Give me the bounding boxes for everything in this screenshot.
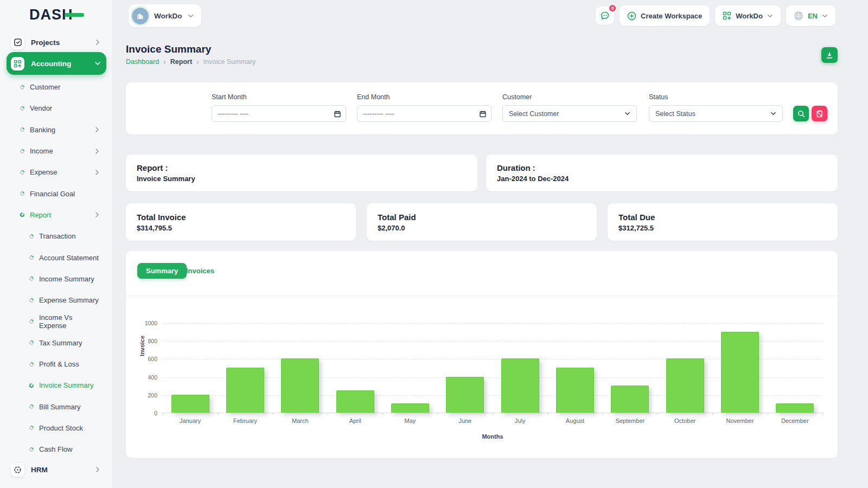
x-tick-mark bbox=[163, 413, 163, 415]
sidebar-item-label: Account Statement bbox=[39, 254, 99, 262]
sidebar: DASH Projects Accounting CustomerVendorB… bbox=[0, 0, 112, 488]
bar-august[interactable] bbox=[556, 368, 594, 413]
dash-logo[interactable]: DASH bbox=[29, 8, 73, 22]
calendar-icon[interactable] bbox=[480, 110, 486, 117]
sidebar-item-expense[interactable]: Expense bbox=[0, 162, 112, 183]
x-tick-mark bbox=[273, 413, 273, 415]
x-tick-mark bbox=[218, 413, 218, 415]
sidebar-item-tax-summary[interactable]: Tax Summary bbox=[0, 332, 112, 354]
calendar-icon[interactable] bbox=[334, 110, 341, 117]
sidebar-item-accounting[interactable]: Accounting bbox=[7, 52, 106, 75]
sidebar-item-financial-goal[interactable]: Financial Goal bbox=[0, 183, 112, 204]
sidebar-item-projects[interactable]: Projects bbox=[7, 31, 106, 53]
bar-june[interactable] bbox=[446, 377, 484, 413]
sidebar-item-profit-loss[interactable]: Profit & Loss bbox=[0, 354, 112, 375]
customer-select[interactable]: Select Customer bbox=[502, 105, 637, 122]
sidebar-item-label: Invoice Summary bbox=[39, 381, 93, 389]
bar-october[interactable] bbox=[666, 358, 704, 413]
x-tick-mark bbox=[712, 413, 713, 415]
download-button[interactable] bbox=[821, 47, 838, 63]
bar-december[interactable] bbox=[776, 403, 814, 413]
chat-badge: 0 bbox=[608, 4, 617, 12]
x-tick-mark bbox=[438, 413, 438, 415]
sidebar-item-label: Product Stock bbox=[39, 424, 83, 432]
status-label: Status bbox=[649, 93, 783, 101]
sidebar-item-customer[interactable]: Customer bbox=[0, 76, 112, 98]
sidebar-item-invoice-summary[interactable]: Invoice Summary bbox=[0, 375, 112, 396]
bullet-icon bbox=[28, 318, 34, 324]
sidebar-item-product-stock[interactable]: Product Stock bbox=[0, 418, 112, 439]
status-select-value: Select Status bbox=[655, 110, 695, 118]
reset-filter-button[interactable] bbox=[812, 106, 827, 121]
sidebar-item-hrm[interactable]: HRM bbox=[7, 459, 106, 480]
y-tick-label: 600 bbox=[148, 356, 157, 362]
workdo-menu-button[interactable]: WorkDo bbox=[715, 5, 781, 26]
sidebar-accounting-submenu: CustomerVendorBankingIncomeExpenseFinanc… bbox=[0, 76, 112, 460]
start-month-input[interactable] bbox=[218, 110, 340, 118]
y-tick-label: 0 bbox=[154, 410, 157, 416]
chevron-down-icon bbox=[188, 13, 194, 19]
bar-november[interactable] bbox=[721, 332, 759, 413]
sidebar-item-income-vs-expense[interactable]: Income Vs Expense bbox=[0, 311, 112, 332]
tab-invoices[interactable]: Invoices bbox=[186, 267, 214, 275]
x-tick-mark bbox=[768, 413, 768, 415]
chat-bubble-icon bbox=[600, 11, 610, 21]
invoice-bar-chart: 02004006008001000 bbox=[163, 323, 822, 413]
bullet-icon bbox=[19, 191, 25, 197]
sidebar-item-label: Cash Flow bbox=[39, 445, 72, 453]
sidebar-item-bill-summary[interactable]: Bill Summary bbox=[0, 396, 112, 417]
status-select[interactable]: Select Status bbox=[649, 105, 783, 122]
create-workspace-button[interactable]: Create Workspace bbox=[620, 5, 710, 26]
building-icon bbox=[132, 8, 149, 24]
report-value: Invoice Summary bbox=[137, 175, 467, 183]
sidebar-item-expense-summary[interactable]: Expense Summary bbox=[0, 290, 112, 311]
bar-july[interactable] bbox=[501, 358, 539, 413]
chevron-down-icon bbox=[770, 111, 776, 117]
language-label: EN bbox=[808, 12, 818, 20]
bar-may[interactable] bbox=[391, 403, 429, 413]
bullet-icon bbox=[28, 340, 34, 346]
sidebar-item-income[interactable]: Income bbox=[0, 140, 112, 162]
x-category-label: April bbox=[328, 418, 382, 424]
bar-september[interactable] bbox=[611, 386, 649, 413]
sidebar-item-label: HRM bbox=[31, 466, 48, 474]
bullet-icon bbox=[19, 105, 25, 111]
sidebar-item-vendor[interactable]: Vendor bbox=[0, 98, 112, 119]
language-selector[interactable]: EN bbox=[786, 5, 835, 26]
total-paid-value: $2,070.0 bbox=[378, 224, 586, 232]
gridline bbox=[163, 323, 822, 324]
apply-filter-button[interactable] bbox=[793, 106, 809, 121]
bullet-icon bbox=[28, 446, 34, 452]
bar-february[interactable] bbox=[226, 368, 264, 413]
sidebar-item-banking[interactable]: Banking bbox=[0, 119, 112, 140]
sidebar-item-cash-flow[interactable]: Cash Flow bbox=[0, 439, 112, 460]
chart-x-axis-title: Months bbox=[163, 433, 822, 440]
bar-april[interactable] bbox=[336, 390, 374, 413]
workspace-selector[interactable]: WorkDo bbox=[129, 4, 201, 27]
sidebar-item-account-statement[interactable]: Account Statement bbox=[0, 247, 112, 268]
bar-january[interactable] bbox=[171, 395, 209, 413]
x-category-label: December bbox=[768, 418, 822, 424]
tab-divider bbox=[126, 296, 838, 296]
tab-summary[interactable]: Summary bbox=[137, 263, 187, 279]
duration-value: Jan-2024 to Dec-2024 bbox=[497, 175, 827, 183]
sidebar-item-transaction[interactable]: Transaction bbox=[0, 226, 112, 247]
x-tick-mark bbox=[382, 413, 383, 415]
sidebar-item-report[interactable]: Report bbox=[0, 204, 112, 226]
duration-info-card: Duration : Jan-2024 to Dec-2024 bbox=[486, 155, 838, 191]
sidebar-item-income-summary[interactable]: Income Summary bbox=[0, 268, 112, 290]
total-invoice-value: $314,795.5 bbox=[137, 224, 345, 232]
messenger-button[interactable]: 0 bbox=[596, 7, 614, 25]
sidebar-item-label: Profit & Loss bbox=[39, 360, 79, 368]
breadcrumb-report[interactable]: Report bbox=[170, 58, 192, 66]
bar-march[interactable] bbox=[281, 358, 319, 413]
search-icon bbox=[797, 110, 805, 118]
dash-logo-bar bbox=[65, 13, 84, 17]
create-workspace-label: Create Workspace bbox=[641, 12, 702, 20]
breadcrumb-dashboard[interactable]: Dashboard bbox=[126, 58, 159, 66]
chevron-down-icon bbox=[822, 13, 828, 19]
end-month-input[interactable] bbox=[363, 110, 486, 118]
sidebar-item-label: Vendor bbox=[30, 104, 52, 112]
y-tick-label: 200 bbox=[148, 392, 157, 399]
sidebar-item-label: Customer bbox=[30, 83, 60, 91]
